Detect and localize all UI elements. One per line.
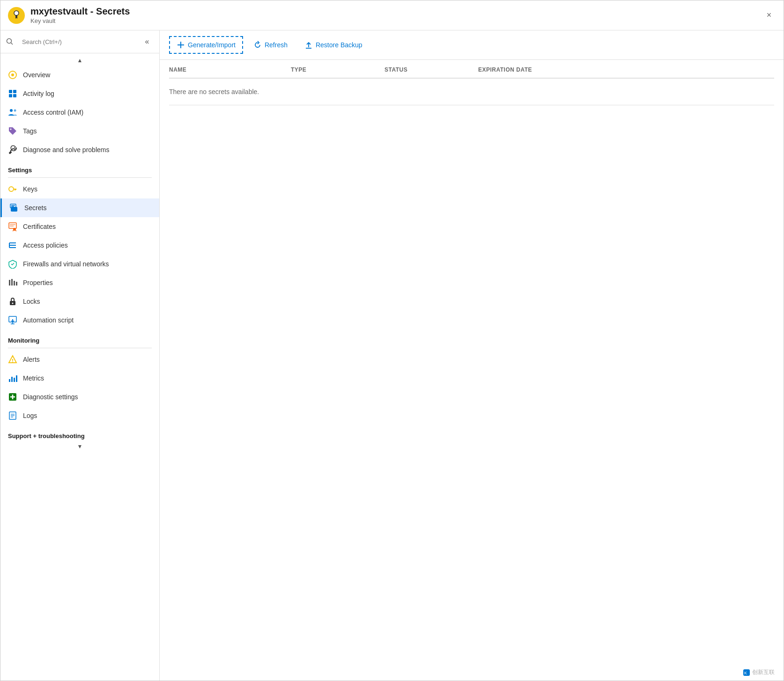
sidebar-item-properties[interactable]: Properties (0, 273, 159, 292)
overview-icon (8, 70, 17, 80)
svg-rect-10 (9, 94, 12, 97)
svg-line-5 (11, 43, 13, 45)
sidebar-item-access-policies-label: Access policies (23, 242, 68, 249)
section-monitoring-header: Monitoring (0, 330, 159, 346)
sidebar: « ▲ Overview (0, 30, 160, 681)
sidebar-item-secrets[interactable]: Secrets (0, 198, 159, 217)
svg-rect-9 (13, 90, 16, 93)
sidebar-item-firewalls-label: Firewalls and virtual networks (23, 260, 109, 268)
svg-point-14 (10, 129, 12, 130)
sidebar-item-metrics-label: Metrics (23, 374, 44, 382)
sidebar-item-logs[interactable]: Logs (0, 406, 159, 425)
search-input[interactable] (17, 36, 137, 48)
firewall-icon (8, 259, 17, 269)
sidebar-item-firewalls[interactable]: Firewalls and virtual networks (0, 255, 159, 273)
window-title: mxytestvault - Secrets (30, 6, 762, 17)
sidebar-item-alerts-label: Alerts (23, 356, 40, 363)
sidebar-item-activity-log[interactable]: Activity log (0, 84, 159, 103)
sidebar-item-diagnostic-label: Diagnostic settings (23, 393, 78, 401)
sidebar-item-metrics[interactable]: Metrics (0, 369, 159, 388)
main-container: « ▲ Overview (0, 30, 784, 681)
svg-rect-48 (9, 379, 10, 382)
scroll-down-button[interactable]: ▼ (0, 441, 159, 452)
certificates-icon (8, 222, 17, 231)
svg-point-17 (9, 187, 14, 191)
content-area: Generate/Import Refresh Restore B (160, 30, 784, 681)
keyvault-icon (8, 7, 25, 24)
metrics-icon (8, 373, 17, 383)
column-header-type: TYPE (291, 66, 385, 73)
column-header-name: NAME (169, 66, 291, 73)
empty-state-message: There are no secrets available. (169, 79, 774, 105)
sidebar-item-certificates-label: Certificates (23, 223, 56, 230)
close-button[interactable]: × (762, 8, 776, 22)
generate-import-button[interactable]: Generate/Import (169, 36, 243, 54)
toolbar: Generate/Import Refresh Restore B (160, 30, 784, 60)
sidebar-item-access-control-label: Access control (IAM) (23, 109, 83, 116)
window-subtitle: Key vault (30, 17, 55, 24)
svg-point-1 (14, 11, 19, 15)
sidebar-item-overview-label: Overview (23, 71, 50, 79)
column-header-expiration: EXPIRATION DATE (478, 66, 774, 73)
nav-list: ▲ Overview (0, 53, 159, 681)
title-text: mxytestvault - Secrets Key vault (30, 6, 762, 24)
sidebar-item-activity-log-label: Activity log (23, 90, 54, 97)
svg-point-4 (7, 39, 12, 44)
column-header-status: STATUS (385, 66, 478, 73)
alerts-icon (8, 355, 17, 364)
secrets-icon (9, 203, 19, 212)
sidebar-item-diagnostic[interactable]: Diagnostic settings (0, 388, 159, 406)
sidebar-item-properties-label: Properties (23, 279, 53, 286)
svg-line-29 (13, 230, 14, 231)
svg-point-3 (16, 18, 17, 19)
restore-backup-button[interactable]: Restore Backup (298, 37, 369, 53)
sidebar-item-diagnose-label: Diagnose and solve problems (23, 146, 109, 154)
key-icon (8, 184, 17, 194)
svg-rect-60 (178, 44, 184, 45)
sidebar-item-access-control[interactable]: Access control (IAM) (0, 103, 159, 122)
search-icon (6, 38, 14, 45)
access-policies-icon (8, 241, 17, 250)
access-control-icon (8, 108, 17, 117)
sidebar-item-keys-label: Keys (23, 185, 37, 193)
section-settings-header: Settings (0, 159, 159, 176)
restore-icon (304, 41, 313, 49)
sidebar-item-tags[interactable]: Tags (0, 122, 159, 140)
logs-icon (8, 411, 17, 420)
refresh-button[interactable]: Refresh (247, 37, 294, 53)
sidebar-item-logs-label: Logs (23, 412, 37, 419)
sidebar-item-access-policies[interactable]: Access policies (0, 236, 159, 255)
wrench-icon (8, 145, 17, 154)
footer-logo: K 创新互联 (743, 668, 775, 676)
svg-rect-50 (14, 378, 15, 382)
svg-rect-38 (16, 282, 17, 286)
svg-rect-11 (13, 94, 16, 97)
secrets-table: NAME TYPE STATUS EXPIRATION DATE There a… (160, 60, 784, 681)
svg-point-13 (14, 110, 16, 112)
refresh-icon (253, 41, 262, 49)
sidebar-item-keys[interactable]: Keys (0, 180, 159, 198)
svg-rect-16 (8, 151, 12, 154)
search-box: « (0, 30, 159, 53)
sidebar-item-secrets-label: Secrets (24, 204, 46, 212)
sidebar-item-diagnose[interactable]: Diagnose and solve problems (0, 140, 159, 159)
collapse-button[interactable]: « (141, 35, 154, 48)
sidebar-item-certificates[interactable]: Certificates (0, 217, 159, 236)
sidebar-item-tags-label: Tags (23, 127, 37, 135)
svg-rect-8 (9, 90, 12, 93)
sidebar-item-automation[interactable]: Automation script (0, 311, 159, 330)
svg-point-47 (12, 361, 13, 362)
activity-log-icon (8, 89, 17, 98)
sidebar-item-automation-label: Automation script (23, 316, 74, 324)
sidebar-item-locks[interactable]: Locks (0, 292, 159, 311)
footer-logo-text: 创新互联 (752, 668, 775, 676)
sidebar-item-overview[interactable]: Overview (0, 66, 159, 84)
sidebar-item-alerts[interactable]: Alerts (0, 350, 159, 369)
svg-rect-36 (11, 279, 13, 286)
section-support-header: Support + troubleshooting (0, 425, 159, 441)
table-header: NAME TYPE STATUS EXPIRATION DATE (169, 62, 774, 79)
diagnostic-icon (8, 392, 17, 402)
automation-icon (8, 315, 17, 325)
svg-rect-49 (11, 377, 13, 382)
scroll-up-button[interactable]: ▲ (0, 55, 159, 66)
